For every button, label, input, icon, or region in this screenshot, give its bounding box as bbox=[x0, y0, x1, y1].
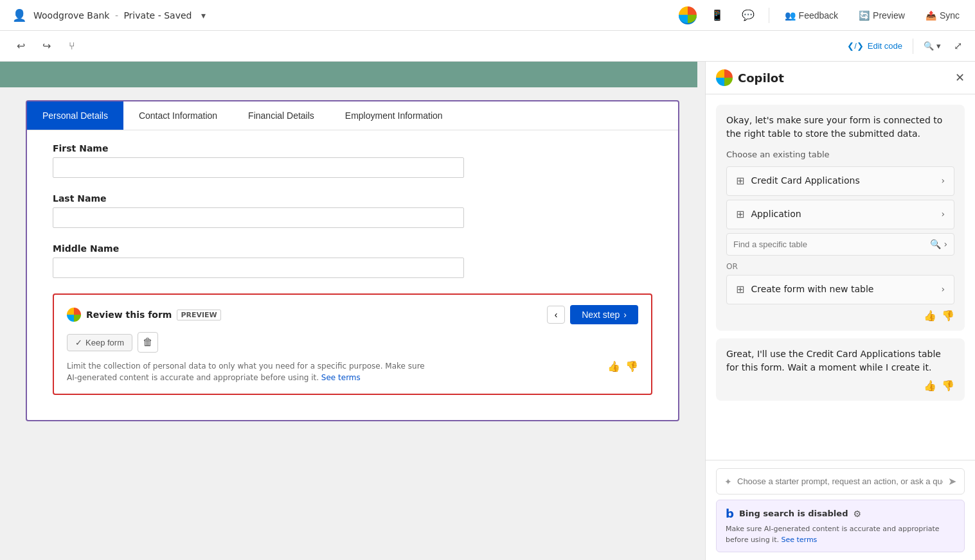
prev-arrow[interactable]: ‹ bbox=[547, 306, 565, 324]
delete-button[interactable]: 🗑 bbox=[138, 332, 158, 353]
bing-logo: b bbox=[726, 507, 734, 520]
check-icon: ✓ bbox=[75, 338, 82, 347]
copilot-title-text: Copilot bbox=[738, 71, 784, 85]
table-option-credit-card[interactable]: ⊞ Credit Card Applications › bbox=[726, 166, 954, 196]
last-name-field: Last Name bbox=[53, 193, 652, 228]
bing-see-terms-link[interactable]: See terms bbox=[781, 536, 817, 544]
middle-name-label: Middle Name bbox=[53, 243, 652, 254]
review-title: Review this form PREVIEW bbox=[67, 308, 221, 322]
branch-button[interactable]: ⑂ bbox=[62, 36, 82, 57]
undo-button[interactable]: ↩ bbox=[10, 36, 31, 57]
thumbs-down-button[interactable]: 👎 bbox=[625, 360, 638, 372]
middle-name-field: Middle Name bbox=[53, 243, 652, 278]
app-status: Private - Saved bbox=[123, 10, 192, 21]
new-table-label: Create form with new table bbox=[751, 283, 873, 296]
review-notice: Limit the collection of personal data to… bbox=[67, 360, 427, 383]
topbar-right: 📱 💬 👥 Feedback 🔄 Preview 📤 Sync bbox=[679, 5, 965, 26]
first-name-input[interactable] bbox=[53, 157, 464, 178]
keep-form-label: Keep form bbox=[85, 338, 124, 347]
new-table-option[interactable]: ⊞ Create form with new table › bbox=[726, 275, 954, 304]
preview-button[interactable]: 🔄 Preview bbox=[854, 8, 910, 23]
app-title: Woodgrove Bank - Private - Saved bbox=[33, 10, 192, 21]
new-table-icon: ⊞ bbox=[736, 282, 744, 297]
message-1-text: Okay, let's make sure your form is conne… bbox=[726, 114, 954, 141]
topbar: 👤 Woodgrove Bank - Private - Saved ▾ 📱 💬… bbox=[0, 0, 975, 31]
preview-icon: 🔄 bbox=[859, 10, 870, 21]
next-step-button[interactable]: Next step › bbox=[570, 305, 638, 324]
chevron-down-btn[interactable]: ▾ bbox=[197, 9, 210, 22]
review-panel: Review this form PREVIEW ‹ Next step › bbox=[53, 293, 652, 395]
see-terms-link[interactable]: See terms bbox=[321, 373, 361, 382]
choose-table-label: Choose an existing table bbox=[726, 148, 954, 161]
copilot-header: Copilot ✕ bbox=[706, 62, 975, 94]
thumbs-up-button[interactable]: 👍 bbox=[607, 360, 620, 372]
sync-button[interactable]: 📤 Sync bbox=[920, 8, 965, 23]
chevron-right-icon-3: › bbox=[941, 283, 945, 296]
device-icon[interactable]: 📱 bbox=[707, 5, 728, 26]
sync-icon: 📤 bbox=[926, 10, 936, 21]
bing-footer-text: Make sure AI-generated content is accura… bbox=[726, 525, 940, 544]
canvas-inner: Personal Details Contact Information Fin… bbox=[0, 62, 705, 560]
redo-button[interactable]: ↪ bbox=[36, 36, 57, 57]
expand-button[interactable]: ⤢ bbox=[951, 37, 965, 55]
send-button[interactable]: ➤ bbox=[948, 475, 956, 487]
zoom-icon: 🔍 bbox=[924, 41, 934, 51]
feedback-icon: 👥 bbox=[785, 10, 796, 21]
message-2-thumbs: 👍 👎 bbox=[726, 380, 954, 392]
find-table-input[interactable] bbox=[733, 240, 930, 249]
review-footer: Limit the collection of personal data to… bbox=[67, 360, 638, 383]
chat-input[interactable] bbox=[737, 477, 943, 486]
table-label-1: Credit Card Applications bbox=[751, 174, 859, 188]
feedback-button[interactable]: 👥 Feedback bbox=[780, 8, 843, 23]
msg1-thumbs-down[interactable]: 👎 bbox=[942, 310, 954, 322]
review-thumbs: 👍 👎 bbox=[607, 360, 638, 372]
middle-name-input[interactable] bbox=[53, 258, 464, 278]
review-notice-text: Limit the collection of personal data to… bbox=[67, 362, 425, 382]
toolbar: ↩ ↪ ⑂ ❮/❯ Edit code 🔍 ▾ ⤢ bbox=[0, 31, 975, 62]
review-header: Review this form PREVIEW ‹ Next step › bbox=[67, 305, 638, 324]
edit-code-button[interactable]: ❮/❯ Edit code bbox=[842, 39, 908, 53]
chat-message-1: Okay, let's make sure your form is conne… bbox=[716, 105, 965, 331]
copilot-header-icon bbox=[716, 69, 733, 86]
canvas: Personal Details Contact Information Fin… bbox=[0, 62, 705, 560]
msg2-thumbs-down[interactable]: 👎 bbox=[942, 380, 954, 392]
form-tabs: Personal Details Contact Information Fin… bbox=[27, 101, 678, 130]
table-option-application[interactable]: ⊞ Application › bbox=[726, 200, 954, 229]
find-table-container[interactable]: 🔍 › bbox=[726, 233, 954, 256]
copilot-icon[interactable] bbox=[679, 6, 697, 24]
app-name: Woodgrove Bank bbox=[33, 10, 109, 21]
close-button[interactable]: ✕ bbox=[955, 71, 965, 85]
chevron-right-icon-1: › bbox=[941, 174, 945, 188]
first-name-field: First Name bbox=[53, 143, 652, 178]
last-name-input[interactable] bbox=[53, 207, 464, 228]
gear-icon[interactable]: ⚙ bbox=[853, 509, 861, 519]
or-label: OR bbox=[726, 261, 954, 272]
table-label-2: Application bbox=[751, 207, 801, 221]
chat-message-2: Great, I'll use the Credit Card Applicat… bbox=[716, 338, 965, 401]
toolbar-right: ❮/❯ Edit code 🔍 ▾ ⤢ bbox=[842, 37, 965, 55]
canvas-header-bar bbox=[0, 62, 697, 87]
review-title-text: Review this form bbox=[86, 310, 172, 320]
next-chevron-icon: › bbox=[623, 310, 627, 320]
divider bbox=[769, 8, 769, 23]
tab-personal-details[interactable]: Personal Details bbox=[27, 101, 123, 130]
copilot-review-icon bbox=[67, 308, 81, 322]
toolbar-divider bbox=[913, 39, 913, 54]
msg2-thumbs-up[interactable]: 👍 bbox=[924, 380, 936, 392]
tab-financial-details[interactable]: Financial Details bbox=[233, 101, 330, 130]
chat-icon[interactable]: 💬 bbox=[738, 5, 758, 26]
keep-form-button[interactable]: ✓ Keep form bbox=[67, 334, 132, 351]
copilot-panel: Copilot ✕ Okay, let's make sure your for… bbox=[705, 62, 975, 560]
copilot-body: Okay, let's make sure your form is conne… bbox=[706, 94, 975, 460]
bing-notice: b Bing search is disabled ⚙ Make sure AI… bbox=[716, 500, 965, 552]
tab-contact-information[interactable]: Contact Information bbox=[123, 101, 233, 130]
msg1-thumbs-up[interactable]: 👍 bbox=[924, 310, 936, 322]
message-2-text: Great, I'll use the Credit Card Applicat… bbox=[726, 347, 954, 374]
chat-input-area: ✦ ➤ b Bing search is disabled ⚙ Make sur… bbox=[706, 460, 975, 560]
edit-code-label: Edit code bbox=[868, 41, 902, 51]
user-icon: 👤 bbox=[10, 6, 28, 24]
find-chevron-icon: › bbox=[944, 238, 947, 251]
tab-employment-information[interactable]: Employment Information bbox=[330, 101, 458, 130]
spark-icon-btn[interactable]: ✦ bbox=[724, 477, 732, 487]
zoom-button[interactable]: 🔍 ▾ bbox=[918, 39, 946, 53]
